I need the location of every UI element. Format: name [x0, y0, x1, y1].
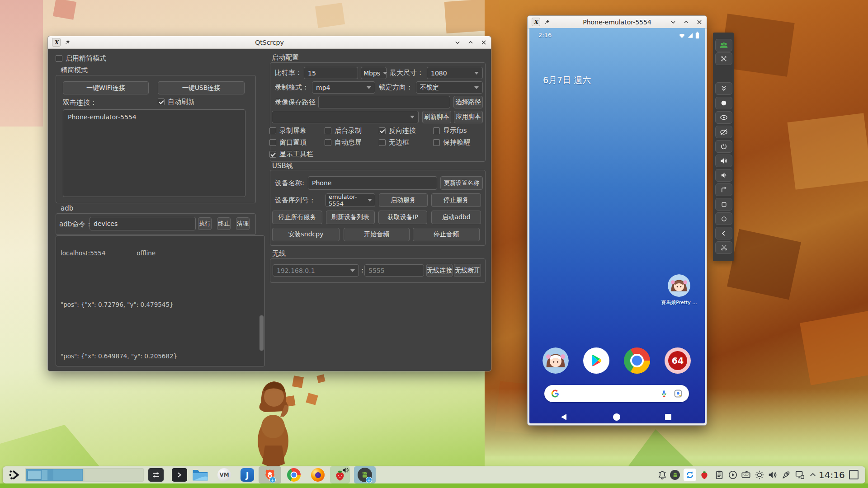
dock-play-store-app[interactable]: [583, 347, 609, 374]
tray-android-icon[interactable]: [670, 470, 680, 480]
device-list[interactable]: Phone-emulator-5554: [63, 109, 245, 197]
app-switch-button[interactable]: [715, 198, 732, 211]
record-path-input[interactable]: [318, 96, 450, 108]
mic-icon[interactable]: [660, 389, 668, 398]
screen-on-button[interactable]: [715, 111, 732, 124]
back-icon[interactable]: [560, 413, 567, 421]
maximize-icon[interactable]: [467, 39, 474, 46]
refresh-device-list-button[interactable]: 刷新设备列表: [326, 211, 375, 224]
show-desktop-button[interactable]: [849, 470, 859, 479]
taskbar-clock[interactable]: 14:16: [819, 469, 845, 480]
window-on-top-checkbox[interactable]: 窗口置顶: [269, 138, 307, 147]
rocket-icon[interactable]: [781, 470, 791, 480]
reverse-connect-checkbox[interactable]: 反向连接: [379, 127, 416, 135]
group-control-button[interactable]: [715, 39, 732, 52]
tray-strawberry-icon[interactable]: [699, 470, 709, 480]
execute-button[interactable]: 执行: [198, 217, 212, 230]
enable-simple-mode-checkbox[interactable]: 启用精简模式: [56, 54, 106, 63]
maximize-icon[interactable]: [683, 19, 689, 25]
start-adbd-button[interactable]: 启动adbd: [431, 211, 481, 224]
get-device-ip-button[interactable]: 获取设备IP: [378, 211, 427, 224]
power-button[interactable]: [715, 140, 732, 153]
bitrate-unit-select[interactable]: Mbps: [361, 67, 387, 79]
phone-titlebar[interactable]: X Phone-emulator-5554: [528, 16, 707, 28]
wifi-connect-button[interactable]: 一键WIFI连接: [63, 81, 149, 94]
stop-all-services-button[interactable]: 停止所有服务: [272, 211, 322, 224]
log-scrollbar[interactable]: [259, 315, 264, 351]
expand-toolbar-button[interactable]: [715, 82, 732, 95]
show-fps-checkbox[interactable]: 显示fps: [433, 127, 467, 135]
record-screen-checkbox[interactable]: 录制屏幕: [269, 127, 307, 135]
frameless-checkbox[interactable]: 无边框: [379, 138, 409, 147]
wireless-connect-button[interactable]: 无线连接: [426, 264, 453, 277]
brave-task[interactable]: +: [259, 466, 281, 483]
script-select[interactable]: [272, 111, 419, 123]
wireless-disconnect-button[interactable]: 无线断开: [454, 264, 481, 277]
brightness-icon[interactable]: [755, 470, 764, 480]
back-button[interactable]: [715, 227, 732, 239]
start-service-button[interactable]: 启动服务: [379, 193, 428, 207]
strawberry-task[interactable]: [330, 466, 350, 483]
adb-command-input[interactable]: [90, 217, 196, 230]
close-icon[interactable]: [481, 39, 487, 46]
auto-screen-off-checkbox[interactable]: 自动息屏: [325, 138, 362, 147]
dock-chrome-app[interactable]: [624, 347, 650, 374]
dock-rar-app[interactable]: 64: [665, 347, 691, 374]
wireless-port-input[interactable]: [364, 264, 424, 277]
background-record-checkbox[interactable]: 后台录制: [325, 127, 362, 135]
virtual-desktop-pager[interactable]: [25, 468, 144, 482]
clipboard-icon[interactable]: [714, 470, 724, 480]
device-list-item[interactable]: Phone-emulator-5554: [63, 110, 245, 124]
refresh-script-button[interactable]: 刷新脚本: [422, 111, 451, 123]
keep-awake-checkbox[interactable]: 保持唤醒: [433, 138, 470, 147]
app-launcher-icon[interactable]: [8, 469, 21, 481]
keyboard-icon[interactable]: [741, 470, 751, 480]
auto-refresh-checkbox[interactable]: 自动刷新: [158, 98, 195, 106]
pager-desktop-2[interactable]: [85, 469, 143, 481]
tray-volume-icon[interactable]: [768, 470, 778, 480]
apply-script-button[interactable]: 应用脚本: [454, 111, 483, 123]
screenshot-button[interactable]: [715, 241, 732, 254]
dock-uma-musume-app[interactable]: [542, 347, 569, 374]
notifications-bell-icon[interactable]: [657, 470, 667, 480]
settings-app[interactable]: [148, 468, 164, 482]
choose-path-button[interactable]: 选择路径: [453, 96, 483, 108]
android-emulator-task[interactable]: +: [354, 466, 376, 483]
qtscrcpy-titlebar[interactable]: X QtScrcpy: [48, 36, 491, 49]
rotate-screen-button[interactable]: [715, 183, 732, 196]
fullscreen-button[interactable]: [715, 52, 732, 65]
volume-down-button[interactable]: [715, 169, 732, 182]
record-format-select[interactable]: mp4: [312, 81, 375, 94]
terminal-app[interactable]: [172, 468, 187, 482]
vm-app[interactable]: VM: [217, 468, 231, 482]
max-size-select[interactable]: 1080: [427, 67, 483, 79]
shade-icon[interactable]: [454, 39, 461, 46]
recents-icon[interactable]: [665, 414, 671, 420]
home-button[interactable]: [715, 212, 732, 225]
terminate-button[interactable]: 终止: [217, 217, 231, 230]
chrome-task[interactable]: [287, 468, 301, 482]
install-sndcpy-button[interactable]: 安装sndcpy: [272, 228, 340, 241]
shade-icon[interactable]: [670, 19, 676, 25]
home-icon[interactable]: [613, 413, 620, 421]
close-icon[interactable]: [696, 19, 703, 25]
adb-log-output[interactable]: localhost:5554 offline "pos": {"x": 0.72…: [56, 235, 265, 366]
file-manager-icon[interactable]: [192, 468, 208, 482]
update-name-button[interactable]: 更新设置名称: [440, 176, 483, 190]
firefox-task[interactable]: [311, 468, 325, 482]
wireless-ip-select[interactable]: 192.168.0.1: [273, 264, 359, 277]
start-audio-button[interactable]: 开始音频: [344, 228, 410, 241]
tray-expand-chevron-icon[interactable]: [809, 470, 817, 480]
bitrate-input[interactable]: [304, 67, 358, 79]
media-play-icon[interactable]: [728, 470, 738, 480]
google-search-bar[interactable]: [544, 385, 689, 402]
tray-sync-icon[interactable]: [684, 469, 696, 481]
record-button[interactable]: [715, 97, 732, 109]
stop-audio-button[interactable]: 停止音频: [413, 228, 480, 241]
pager-desktop-1[interactable]: [26, 469, 83, 481]
android-screen[interactable]: 2:16 6月7日 週六 賽馬娘Pretty ...: [529, 28, 705, 423]
google-lens-icon[interactable]: [674, 389, 683, 398]
serial-select[interactable]: emulator-5554: [326, 193, 375, 207]
joplin-app[interactable]: J: [241, 468, 254, 482]
display-connect-icon[interactable]: [795, 470, 805, 480]
